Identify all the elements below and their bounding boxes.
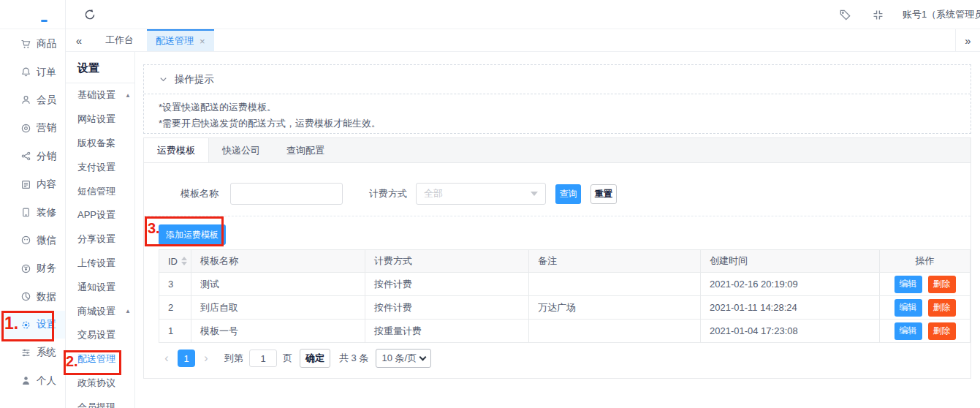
sidebar-item-system[interactable]: 系统 (0, 339, 65, 366)
sidebar-item-wechat[interactable]: 微信 (0, 227, 65, 254)
billing-method-label: 计费方式 (369, 187, 407, 200)
table-cell: 万达广场 (529, 296, 701, 320)
expand-tabs-icon[interactable]: » (955, 29, 980, 51)
layout-icon (20, 207, 31, 218)
table-actions-cell: 编辑删除 (880, 320, 970, 343)
tip-line: *设置快递配送的运费模板。 (159, 99, 956, 116)
tip-body: *设置快递配送的运费模板。 *需要开启快递发货的配送方式，运费模板才能生效。 (144, 94, 970, 132)
sidebar-item-share[interactable]: 分销 (0, 143, 65, 170)
confirm-page-button[interactable]: 确定 (300, 349, 330, 368)
delete-button[interactable]: 删除 (928, 322, 956, 340)
delete-button[interactable]: 删除 (928, 276, 956, 293)
billing-method-value: 全部 (424, 187, 443, 200)
close-icon[interactable]: × (200, 37, 205, 46)
topbar: 账号1（系统管理员） (66, 0, 980, 29)
tip-panel-header[interactable]: 操作提示 (144, 65, 970, 94)
table-cell: 2021-02-16 20:19:09 (701, 273, 880, 296)
content-icon (20, 179, 31, 190)
submenu-item-2[interactable]: 版权备案 (66, 132, 134, 156)
table-cell: 2021-01-11 14:28:24 (701, 296, 880, 320)
tabbar-tab-1[interactable]: 配送管理× (147, 29, 214, 51)
tip-line: *需要开启快递发货的配送方式，运费模板才能生效。 (159, 116, 956, 132)
table-column-header: 备注 (529, 250, 701, 273)
content-tab-label: 运费模板 (157, 144, 195, 157)
page-1-button[interactable]: 1 (178, 350, 195, 367)
submenu-item-label: 通知设置 (77, 281, 115, 294)
sidebar-item-finance[interactable]: 财务 (0, 254, 65, 282)
submenu-item-11[interactable]: 配送管理 (66, 347, 134, 371)
reset-button[interactable]: 重置 (590, 184, 617, 204)
table-row: 2到店自取按件计费万达广场2021-01-11 14:28:24编辑删除 (159, 296, 970, 320)
refresh-icon[interactable] (83, 8, 96, 21)
sidebar-item-content[interactable]: 内容 (0, 170, 65, 198)
table-actions-cell: 编辑删除 (880, 273, 970, 296)
delete-button[interactable]: 删除 (928, 299, 956, 317)
submenu-item-12[interactable]: 政策协议 (66, 371, 134, 396)
query-button[interactable]: 查询 (555, 184, 581, 204)
submenu-item-label: 基础设置 (77, 88, 115, 102)
add-freight-template-button[interactable]: 添加运费模板 (159, 224, 226, 245)
sidebar-item-layout[interactable]: 装修 (0, 198, 65, 226)
table-cell: 1 (159, 320, 191, 343)
page-size-select[interactable]: 10 条/页 (376, 349, 431, 368)
submenu-item-9[interactable]: 商城设置▲ (66, 299, 134, 323)
submenu-item-3[interactable]: 支付设置 (66, 155, 134, 179)
table-column-header[interactable]: ID (159, 250, 191, 273)
submenu-item-13[interactable]: 会员提现 (66, 395, 134, 408)
content-tab-2[interactable]: 查询配置 (273, 138, 338, 162)
sidebar-item-label: 订单 (37, 66, 56, 79)
submenu-item-label: 网站设置 (77, 113, 115, 126)
sidebar-item-label: 内容 (37, 178, 56, 191)
page-unit-label: 页 (283, 352, 292, 365)
submenu-item-4[interactable]: 短信管理 (66, 179, 134, 203)
sidebar-item-bell[interactable]: 订单 (0, 58, 65, 86)
sidebar-item-user[interactable]: 会员 (0, 86, 65, 114)
table-cell: 2 (159, 296, 191, 320)
sort-icon[interactable] (181, 257, 187, 265)
total-count-label: 共 3 条 (339, 352, 368, 365)
content-tab-0[interactable]: 运费模板 (144, 138, 209, 162)
submenu-item-6[interactable]: 分享设置 (66, 227, 134, 252)
goto-page-input[interactable] (249, 350, 277, 367)
sidebar-item-target[interactable]: 营销 (0, 114, 65, 142)
table-body: 3测试按件计费2021-02-16 20:19:09编辑删除2到店自取按件计费万… (159, 273, 970, 343)
edit-button[interactable]: 编辑 (894, 276, 922, 293)
caret-down-icon (531, 192, 538, 196)
tabbar-tab-0[interactable]: 工作台 (92, 29, 147, 51)
submenu-item-7[interactable]: 上传设置 (66, 252, 134, 276)
content-tab-1[interactable]: 快递公司 (209, 138, 273, 162)
sidebar-item-person[interactable]: 个人 (0, 367, 65, 395)
table-cell: 按件计费 (365, 273, 529, 296)
sidebar-item-data[interactable]: 数据 (0, 283, 65, 311)
submenu-item-label: 配送管理 (77, 352, 115, 366)
submenu-item-1[interactable]: 网站设置 (66, 107, 134, 132)
table-cell: 3 (159, 273, 191, 296)
sidebar-item-label: 财务 (37, 262, 56, 275)
submenu-item-label: 短信管理 (77, 185, 115, 198)
template-name-input[interactable] (230, 183, 343, 205)
account-menu[interactable]: 账号1（系统管理员） (903, 0, 980, 29)
bell-icon (20, 67, 31, 78)
submenu-item-10[interactable]: 交易设置 (66, 323, 134, 347)
fullscreen-icon[interactable] (872, 9, 884, 21)
submenu-item-0[interactable]: 基础设置▲ (66, 83, 134, 107)
table-cell: 到店自取 (191, 296, 365, 320)
tabbar: « 工作台配送管理× » (66, 29, 980, 52)
tab-label: 工作台 (105, 34, 134, 47)
prev-page-icon[interactable]: ‹ (159, 350, 175, 367)
target-icon (20, 123, 31, 134)
table-cell (529, 273, 701, 296)
billing-method-select[interactable]: 全部 (416, 183, 546, 205)
sidebar-item-gear[interactable]: 设置 (0, 311, 65, 339)
next-page-icon[interactable]: › (198, 350, 214, 367)
tabbar-tabs: 工作台配送管理× (92, 29, 214, 51)
edit-button[interactable]: 编辑 (894, 299, 922, 317)
submenu-item-5[interactable]: APP设置 (66, 203, 134, 227)
collapse-tabs-icon[interactable]: « (66, 29, 92, 51)
sidebar-item-label: 个人 (37, 374, 56, 388)
edit-button[interactable]: 编辑 (894, 322, 922, 340)
tag-icon[interactable] (839, 9, 851, 21)
submenu-item-8[interactable]: 通知设置 (66, 275, 134, 299)
table-actions-cell: 编辑删除 (880, 296, 970, 320)
sidebar-item-cart[interactable]: 商品 (0, 30, 65, 58)
